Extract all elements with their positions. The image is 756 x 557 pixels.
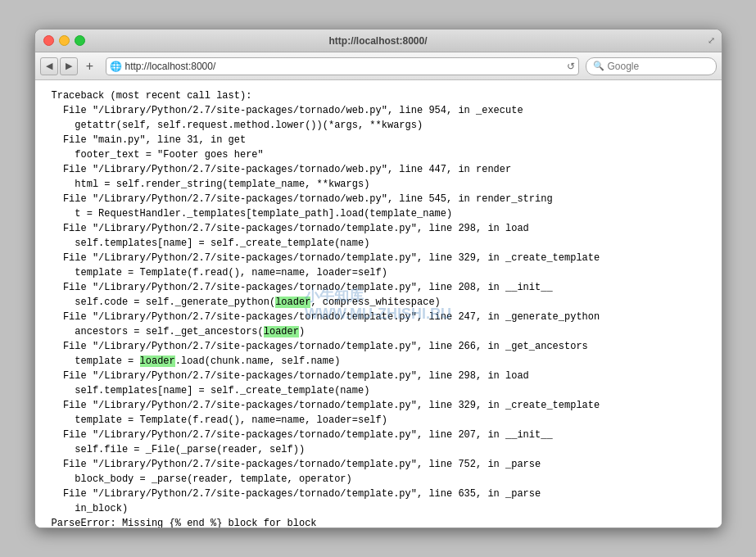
traceback-line: self.templates[name] = self._create_temp…: [52, 383, 705, 398]
url-input[interactable]: [125, 61, 564, 72]
traceback-line: File "/Library/Python/2.7/site-packages/…: [52, 487, 705, 501]
search-icon: 🔍: [593, 61, 604, 71]
search-input[interactable]: [608, 61, 706, 72]
search-bar-container: 🔍: [586, 57, 717, 75]
traceback-line: File "/Library/Python/2.7/site-packages/…: [52, 310, 705, 324]
traceback-line: template = Template(f.read(), name=name,…: [52, 265, 705, 280]
traceback-line: self.code = self._generate_python(loader…: [52, 295, 705, 310]
title-bar: http://localhost:8000/ ⤢: [35, 29, 722, 52]
traceback-line: block_body = _parse(reader, template, op…: [52, 472, 705, 487]
refresh-icon[interactable]: ↺: [567, 61, 575, 72]
traceback-line: File "/Library/Python/2.7/site-packages/…: [52, 398, 705, 413]
toolbar: ◀ ▶ + 🌐 ↺ 🔍: [35, 52, 722, 80]
page-content: Traceback (most recent call last): File …: [35, 80, 722, 528]
traceback-line: File "/Library/Python/2.7/site-packages/…: [52, 339, 705, 354]
nav-buttons: ◀ ▶: [40, 57, 78, 75]
close-button[interactable]: [43, 35, 54, 46]
content-wrapper: Traceback (most recent call last): File …: [35, 80, 722, 528]
traceback-container: Traceback (most recent call last): File …: [52, 88, 705, 528]
browser-window: http://localhost:8000/ ⤢ ◀ ▶ + 🌐 ↺ 🔍 Tra…: [34, 29, 722, 528]
traceback-line: template = Template(f.read(), name=name,…: [52, 413, 705, 428]
traceback-line: File "/Library/Python/2.7/site-packages/…: [52, 162, 705, 177]
traceback-line: File "/Library/Python/2.7/site-packages/…: [52, 428, 705, 442]
maximize-button[interactable]: [75, 35, 85, 46]
traceback-line: ancestors = self._get_ancestors(loader): [52, 324, 705, 339]
traceback-line: footer_text = "Footer goes here": [52, 147, 705, 162]
window-title: http://localhost:8000/: [328, 35, 427, 47]
url-bar-container: 🌐 ↺: [106, 57, 579, 75]
traceback-line: t = RequestHandler._templates[template_p…: [52, 206, 705, 221]
add-tab-button[interactable]: +: [81, 57, 99, 75]
back-button[interactable]: ◀: [40, 57, 58, 75]
traceback-line: ParseError: Missing {% end %} block for …: [52, 516, 705, 528]
minimize-button[interactable]: [59, 35, 70, 46]
traceback-line: self.file = _File(_parse(reader, self)): [52, 442, 705, 457]
traceback-line: template = loader.load(chunk.name, self.…: [52, 354, 705, 369]
traceback-line: in_block): [52, 501, 705, 516]
traceback-line: File "/Library/Python/2.7/site-packages/…: [52, 192, 705, 206]
traceback-line: File "/Library/Python/2.7/site-packages/…: [52, 457, 705, 472]
traceback-line: File "/Library/Python/2.7/site-packages/…: [52, 251, 705, 265]
window-controls: [43, 35, 85, 46]
expand-icon[interactable]: ⤢: [708, 35, 715, 46]
traceback-line: File "/Library/Python/2.7/site-packages/…: [52, 369, 705, 383]
traceback-line: File "/Library/Python/2.7/site-packages/…: [52, 221, 705, 236]
traceback-line: self.templates[name] = self._create_temp…: [52, 236, 705, 251]
traceback-line: getattr(self, self.request.method.lower(…: [52, 118, 705, 133]
traceback-line: html = self.render_string(template_name,…: [52, 177, 705, 192]
forward-button[interactable]: ▶: [60, 57, 78, 75]
traceback-line: File "main.py", line 31, in get: [52, 133, 705, 147]
traceback-line: File "/Library/Python/2.7/site-packages/…: [52, 280, 705, 295]
traceback-line: File "/Library/Python/2.7/site-packages/…: [52, 103, 705, 118]
traceback-line: Traceback (most recent call last):: [52, 88, 705, 103]
favicon-icon: 🌐: [110, 61, 122, 72]
